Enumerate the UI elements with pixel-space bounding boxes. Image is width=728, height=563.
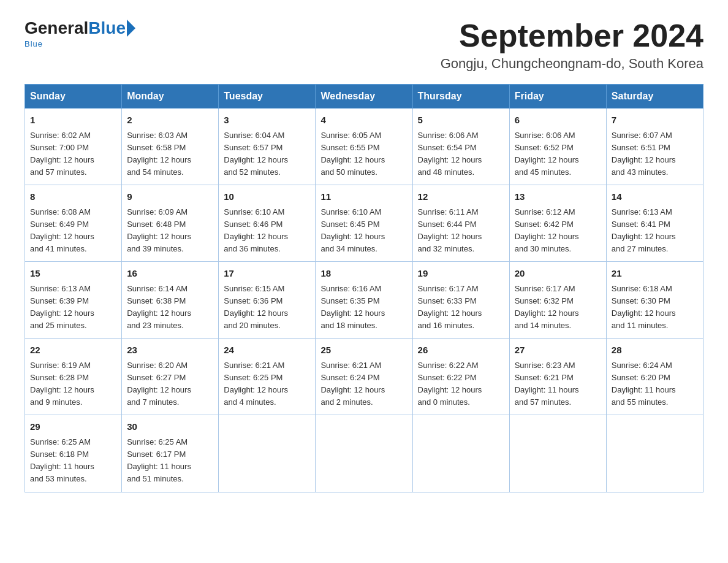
day-of-week-header: Thursday <box>412 85 509 109</box>
day-info: Sunrise: 6:03 AMSunset: 6:58 PMDaylight:… <box>127 129 213 179</box>
calendar-day-cell <box>316 415 412 492</box>
calendar-day-cell: 18Sunrise: 6:16 AMSunset: 6:35 PMDayligh… <box>316 262 412 339</box>
day-info: Sunrise: 6:20 AMSunset: 6:27 PMDaylight:… <box>127 359 213 409</box>
calendar-week-row: 8Sunrise: 6:08 AMSunset: 6:49 PMDaylight… <box>25 185 703 262</box>
day-number: 23 <box>127 343 213 358</box>
calendar-day-cell: 21Sunrise: 6:18 AMSunset: 6:30 PMDayligh… <box>606 262 703 339</box>
day-number: 28 <box>612 343 698 358</box>
location-subtitle: Gongju, Chungcheongnam-do, South Korea <box>441 56 703 72</box>
day-of-week-header: Saturday <box>606 85 703 109</box>
header: General Blue Blue September 2024 Gongju,… <box>25 18 703 72</box>
day-of-week-header: Monday <box>122 85 219 109</box>
calendar-day-cell: 16Sunrise: 6:14 AMSunset: 6:38 PMDayligh… <box>122 262 219 339</box>
calendar-day-cell <box>412 415 509 492</box>
day-info: Sunrise: 6:24 AMSunset: 6:20 PMDaylight:… <box>612 359 698 409</box>
day-number: 13 <box>515 190 601 204</box>
calendar-body: 1Sunrise: 6:02 AMSunset: 7:00 PMDaylight… <box>25 109 703 492</box>
day-number: 20 <box>515 267 601 281</box>
day-of-week-header: Wednesday <box>316 85 412 109</box>
day-number: 26 <box>418 343 504 358</box>
calendar-day-cell: 26Sunrise: 6:22 AMSunset: 6:22 PMDayligh… <box>412 339 509 415</box>
day-info: Sunrise: 6:13 AMSunset: 6:41 PMDaylight:… <box>612 206 698 256</box>
day-of-week-header: Friday <box>509 85 606 109</box>
day-info: Sunrise: 6:06 AMSunset: 6:54 PMDaylight:… <box>418 129 504 179</box>
logo: General Blue Blue <box>25 18 135 48</box>
calendar-day-cell: 27Sunrise: 6:23 AMSunset: 6:21 PMDayligh… <box>509 339 606 415</box>
calendar-day-cell: 29Sunrise: 6:25 AMSunset: 6:18 PMDayligh… <box>25 415 122 492</box>
logo-text: General Blue <box>25 18 135 38</box>
calendar-day-cell: 4Sunrise: 6:05 AMSunset: 6:55 PMDaylight… <box>316 109 412 185</box>
calendar-day-cell: 8Sunrise: 6:08 AMSunset: 6:49 PMDaylight… <box>25 185 122 262</box>
day-number: 8 <box>30 190 116 204</box>
calendar-day-cell: 30Sunrise: 6:25 AMSunset: 6:17 PMDayligh… <box>122 415 219 492</box>
calendar-day-cell: 25Sunrise: 6:21 AMSunset: 6:24 PMDayligh… <box>316 339 412 415</box>
logo-underline: Blue <box>25 39 43 48</box>
calendar-table: SundayMondayTuesdayWednesdayThursdayFrid… <box>25 84 703 492</box>
calendar-header-row: SundayMondayTuesdayWednesdayThursdayFrid… <box>25 85 703 109</box>
calendar-day-cell: 24Sunrise: 6:21 AMSunset: 6:25 PMDayligh… <box>219 339 316 415</box>
day-info: Sunrise: 6:02 AMSunset: 7:00 PMDaylight:… <box>30 129 116 179</box>
calendar-day-cell: 11Sunrise: 6:10 AMSunset: 6:45 PMDayligh… <box>316 185 412 262</box>
calendar-day-cell: 14Sunrise: 6:13 AMSunset: 6:41 PMDayligh… <box>606 185 703 262</box>
day-info: Sunrise: 6:07 AMSunset: 6:51 PMDaylight:… <box>612 129 698 179</box>
day-number: 22 <box>30 343 116 358</box>
day-number: 1 <box>30 113 116 128</box>
calendar-week-row: 1Sunrise: 6:02 AMSunset: 7:00 PMDaylight… <box>25 109 703 185</box>
day-number: 25 <box>320 343 407 358</box>
day-number: 29 <box>30 420 116 434</box>
day-number: 9 <box>127 190 213 204</box>
day-info: Sunrise: 6:13 AMSunset: 6:39 PMDaylight:… <box>30 283 116 332</box>
day-info: Sunrise: 6:15 AMSunset: 6:36 PMDaylight:… <box>224 283 310 332</box>
day-number: 7 <box>612 113 698 128</box>
day-info: Sunrise: 6:25 AMSunset: 6:17 PMDaylight:… <box>127 436 213 486</box>
logo-general-text: General <box>25 18 88 38</box>
day-info: Sunrise: 6:11 AMSunset: 6:44 PMDaylight:… <box>418 206 504 256</box>
day-of-week-header: Tuesday <box>219 85 316 109</box>
day-info: Sunrise: 6:04 AMSunset: 6:57 PMDaylight:… <box>224 129 310 179</box>
day-number: 15 <box>30 267 116 281</box>
day-info: Sunrise: 6:17 AMSunset: 6:32 PMDaylight:… <box>515 283 601 332</box>
day-info: Sunrise: 6:05 AMSunset: 6:55 PMDaylight:… <box>320 129 407 179</box>
calendar-day-cell: 3Sunrise: 6:04 AMSunset: 6:57 PMDaylight… <box>219 109 316 185</box>
day-info: Sunrise: 6:16 AMSunset: 6:35 PMDaylight:… <box>320 283 407 332</box>
day-of-week-header: Sunday <box>25 85 122 109</box>
calendar-day-cell: 28Sunrise: 6:24 AMSunset: 6:20 PMDayligh… <box>606 339 703 415</box>
day-number: 18 <box>320 267 407 281</box>
day-number: 24 <box>224 343 310 358</box>
calendar-day-cell: 1Sunrise: 6:02 AMSunset: 7:00 PMDaylight… <box>25 109 122 185</box>
day-number: 2 <box>127 113 213 128</box>
calendar-day-cell: 22Sunrise: 6:19 AMSunset: 6:28 PMDayligh… <box>25 339 122 415</box>
day-number: 10 <box>224 190 310 204</box>
day-number: 30 <box>127 420 213 434</box>
calendar-week-row: 15Sunrise: 6:13 AMSunset: 6:39 PMDayligh… <box>25 262 703 339</box>
day-info: Sunrise: 6:09 AMSunset: 6:48 PMDaylight:… <box>127 206 213 256</box>
calendar-day-cell: 20Sunrise: 6:17 AMSunset: 6:32 PMDayligh… <box>509 262 606 339</box>
calendar-day-cell: 15Sunrise: 6:13 AMSunset: 6:39 PMDayligh… <box>25 262 122 339</box>
day-info: Sunrise: 6:22 AMSunset: 6:22 PMDaylight:… <box>418 359 504 409</box>
calendar-day-cell: 17Sunrise: 6:15 AMSunset: 6:36 PMDayligh… <box>219 262 316 339</box>
day-number: 5 <box>418 113 504 128</box>
day-info: Sunrise: 6:21 AMSunset: 6:25 PMDaylight:… <box>224 359 310 409</box>
month-title: September 2024 <box>441 18 703 53</box>
calendar-day-cell: 7Sunrise: 6:07 AMSunset: 6:51 PMDaylight… <box>606 109 703 185</box>
page: General Blue Blue September 2024 Gongju,… <box>0 0 728 511</box>
day-info: Sunrise: 6:19 AMSunset: 6:28 PMDaylight:… <box>30 359 116 409</box>
calendar-day-cell <box>219 415 316 492</box>
calendar-day-cell: 13Sunrise: 6:12 AMSunset: 6:42 PMDayligh… <box>509 185 606 262</box>
calendar-day-cell: 19Sunrise: 6:17 AMSunset: 6:33 PMDayligh… <box>412 262 509 339</box>
day-info: Sunrise: 6:21 AMSunset: 6:24 PMDaylight:… <box>320 359 407 409</box>
day-number: 3 <box>224 113 310 128</box>
calendar-day-cell: 2Sunrise: 6:03 AMSunset: 6:58 PMDaylight… <box>122 109 219 185</box>
calendar-day-cell: 12Sunrise: 6:11 AMSunset: 6:44 PMDayligh… <box>412 185 509 262</box>
day-number: 17 <box>224 267 310 281</box>
day-info: Sunrise: 6:25 AMSunset: 6:18 PMDaylight:… <box>30 436 116 486</box>
day-number: 11 <box>320 190 407 204</box>
day-info: Sunrise: 6:06 AMSunset: 6:52 PMDaylight:… <box>515 129 601 179</box>
day-info: Sunrise: 6:23 AMSunset: 6:21 PMDaylight:… <box>515 359 601 409</box>
logo-triangle-icon <box>127 20 135 37</box>
calendar-week-row: 29Sunrise: 6:25 AMSunset: 6:18 PMDayligh… <box>25 415 703 492</box>
day-info: Sunrise: 6:12 AMSunset: 6:42 PMDaylight:… <box>515 206 601 256</box>
day-info: Sunrise: 6:08 AMSunset: 6:49 PMDaylight:… <box>30 206 116 256</box>
calendar-day-cell: 23Sunrise: 6:20 AMSunset: 6:27 PMDayligh… <box>122 339 219 415</box>
calendar-day-cell <box>606 415 703 492</box>
